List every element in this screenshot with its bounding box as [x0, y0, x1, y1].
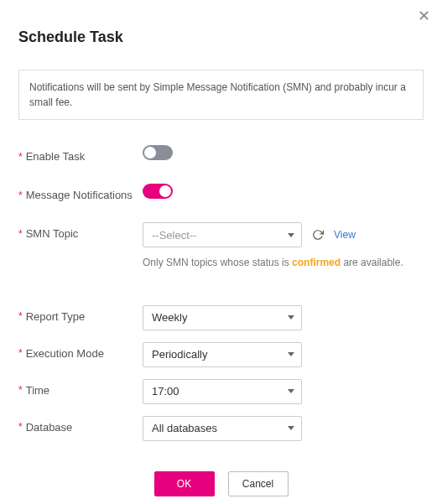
required-marker: *: [18, 228, 23, 240]
row-enable-task: * Enable Task: [18, 145, 424, 170]
label-report-type: * Report Type: [18, 305, 143, 323]
row-database: * Database All databases: [18, 416, 424, 441]
label-text: Message Notifications: [26, 189, 133, 201]
select-execution-mode[interactable]: Periodically: [143, 342, 302, 367]
ok-button[interactable]: OK: [154, 471, 215, 496]
select-value: Periodically: [152, 348, 207, 361]
info-notice: Notifications will be sent by Simple Mes…: [18, 70, 424, 120]
label-text: Execution Mode: [26, 347, 104, 360]
required-marker: *: [18, 384, 23, 396]
toggle-message-notifications[interactable]: [143, 184, 173, 199]
row-report-type: * Report Type Weekly: [18, 305, 424, 330]
modal-title: Schedule Task: [18, 29, 424, 46]
label-execution-mode: * Execution Mode: [18, 342, 143, 360]
select-database[interactable]: All databases: [143, 416, 302, 441]
toggle-enable-task[interactable]: [143, 145, 173, 160]
required-marker: *: [18, 190, 23, 201]
refresh-icon[interactable]: [312, 229, 324, 241]
schedule-task-modal: ✕ Schedule Task Notifications will be se…: [0, 0, 442, 504]
chevron-down-icon: [288, 426, 294, 430]
chevron-down-icon: [288, 389, 294, 393]
label-smn-topic: * SMN Topic: [18, 222, 143, 240]
select-value: 17:00: [152, 385, 179, 397]
label-text: Report Type: [26, 310, 86, 323]
select-report-type[interactable]: Weekly: [143, 305, 302, 330]
chevron-down-icon: [288, 352, 294, 356]
hint-suffix: are available.: [341, 257, 403, 268]
row-time: * Time 17:00: [18, 379, 424, 404]
label-text: Time: [26, 384, 49, 397]
row-smn-topic: * SMN Topic --Select-- View Only SMN top…: [18, 222, 424, 270]
row-message-notifications: * Message Notifications: [18, 184, 424, 209]
hint-prefix: Only SMN topics whose status is: [143, 257, 292, 268]
select-value: All databases: [152, 422, 217, 434]
chevron-down-icon: [288, 233, 294, 237]
select-value: --Select--: [152, 229, 196, 242]
select-time[interactable]: 17:00: [143, 379, 302, 404]
select-smn-topic[interactable]: --Select--: [143, 222, 302, 247]
label-database: * Database: [18, 416, 143, 434]
required-marker: *: [18, 421, 23, 433]
select-value: Weekly: [152, 311, 187, 324]
label-text: SMN Topic: [26, 227, 79, 240]
required-marker: *: [18, 151, 23, 163]
hint-highlight: confirmed: [292, 257, 341, 268]
label-time: * Time: [18, 379, 143, 397]
label-enable-task: * Enable Task: [18, 145, 143, 163]
toggle-knob: [144, 147, 156, 158]
required-marker: *: [18, 310, 23, 322]
chevron-down-icon: [288, 315, 294, 320]
view-link[interactable]: View: [334, 229, 356, 241]
smn-topic-hint: Only SMN topics whose status is confirme…: [143, 256, 424, 270]
label-text: Enable Task: [26, 150, 86, 163]
close-icon[interactable]: ✕: [418, 8, 430, 23]
required-marker: *: [18, 347, 23, 359]
row-execution-mode: * Execution Mode Periodically: [18, 342, 424, 367]
label-text: Database: [26, 421, 73, 434]
cancel-button[interactable]: Cancel: [228, 471, 289, 496]
label-message-notifications: * Message Notifications: [18, 184, 143, 201]
toggle-knob: [159, 185, 171, 197]
modal-footer: OK Cancel: [18, 471, 424, 496]
